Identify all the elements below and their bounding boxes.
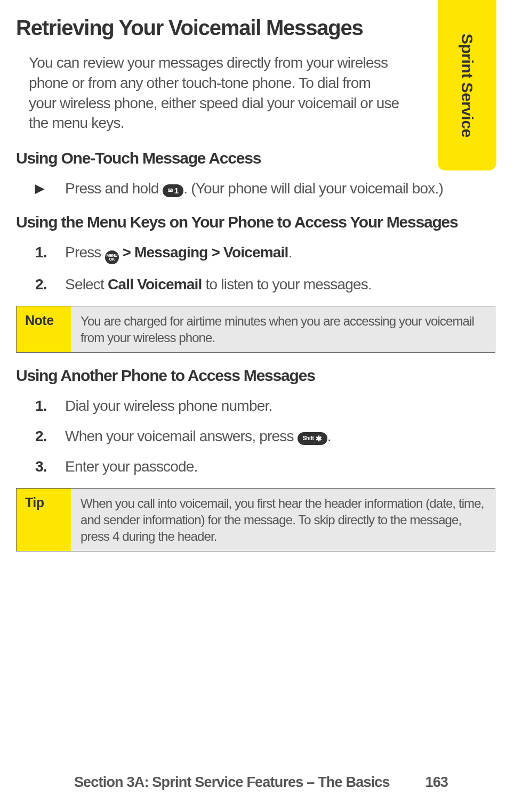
step-text: Dial your wireless phone number. (65, 395, 495, 416)
menu-ok-key-icon: MENUOK (105, 250, 119, 264)
bold-path: > Messaging > Voicemail (119, 244, 288, 261)
bold-label: Call Voicemail (108, 276, 202, 293)
shift-star-key-icon: Shift✱ (298, 432, 327, 445)
heading-another-phone: Using Another Phone to Access Messages (16, 367, 495, 385)
step-number: 1. (35, 395, 50, 416)
one-touch-text: Press and hold ✉1. (Your phone will dial… (65, 178, 495, 199)
page-footer: Section 3A: Sprint Service Features – Th… (0, 774, 522, 791)
text-fragment: . (327, 428, 331, 444)
text-fragment: . (Your phone will dial your voicemail b… (183, 180, 443, 197)
step-text: Select Call Voicemail to listen to your … (65, 274, 495, 295)
step-number: 2. (35, 274, 50, 295)
star-glyph: ✱ (316, 435, 322, 442)
text-fragment: to listen to your messages. (202, 276, 372, 293)
note-body: You are charged for airtime minutes when… (71, 306, 495, 352)
intro-paragraph: You can review your messages directly fr… (29, 53, 399, 133)
key-label-bot: OK (109, 257, 114, 262)
menu-step-2: 2. Select Call Voicemail to listen to yo… (35, 274, 495, 295)
step-text: When your voicemail answers, press Shift… (65, 426, 495, 446)
section-tab: Sprint Service (438, 0, 496, 170)
footer-page-number: 163 (425, 774, 448, 790)
step-text: Enter your passcode. (65, 456, 495, 477)
text-fragment: Select (65, 276, 108, 293)
digit-glyph: 1 (174, 185, 179, 196)
step-text: Press MENUOK > Messaging > Voicemail. (65, 242, 495, 265)
text-fragment: Press and hold (65, 180, 163, 197)
text-fragment: Press (65, 244, 105, 261)
tip-callout: Tip When you call into voicemail, you fi… (16, 488, 495, 552)
one-touch-step: ▶ Press and hold ✉1. (Your phone will di… (35, 178, 495, 199)
step-number: 1. (35, 242, 50, 263)
tip-body: When you call into voicemail, you first … (71, 489, 495, 551)
step-number: 2. (35, 426, 50, 446)
another-step-1: 1. Dial your wireless phone number. (35, 395, 495, 416)
text-fragment: When your voicemail answers, press (65, 428, 298, 444)
voicemail-1-key-icon: ✉1 (163, 184, 184, 197)
text-fragment: . (288, 244, 292, 261)
another-step-2: 2. When your voicemail answers, press Sh… (35, 426, 495, 446)
envelope-glyph: ✉ (168, 186, 172, 194)
another-step-3: 3. Enter your passcode. (35, 456, 495, 477)
menu-step-1: 1. Press MENUOK > Messaging > Voicemail. (35, 242, 495, 265)
heading-menu-keys: Using the Menu Keys on Your Phone to Acc… (16, 213, 495, 231)
section-tab-label: Sprint Service (458, 34, 476, 137)
step-number: 3. (35, 456, 50, 477)
note-label: Note (17, 306, 71, 352)
note-callout: Note You are charged for airtime minutes… (16, 306, 495, 353)
tip-label: Tip (17, 489, 71, 551)
footer-section: Section 3A: Sprint Service Features – Th… (74, 774, 390, 790)
triangle-bullet-icon: ▶ (35, 178, 50, 199)
page-title: Retrieving Your Voicemail Messages (16, 16, 495, 40)
heading-one-touch: Using One-Touch Message Access (16, 149, 495, 167)
shift-glyph: Shift (303, 435, 314, 442)
